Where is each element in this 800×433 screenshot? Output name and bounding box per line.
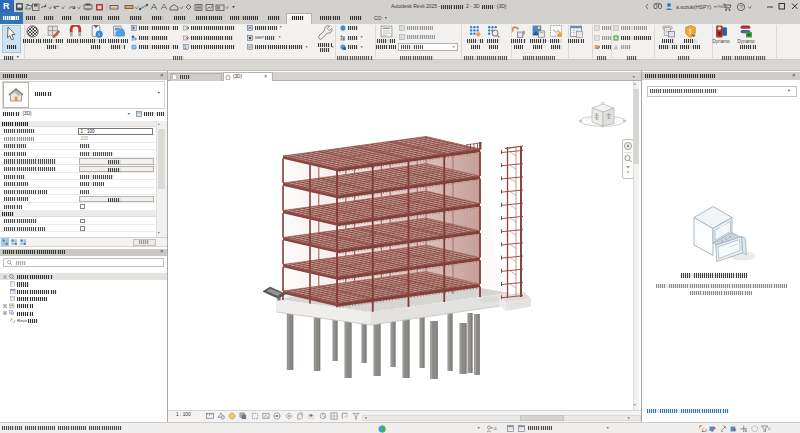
svg-text:?: ? [740,4,744,10]
svg-text:!: ! [688,27,691,36]
svg-text:i: i [98,31,99,37]
